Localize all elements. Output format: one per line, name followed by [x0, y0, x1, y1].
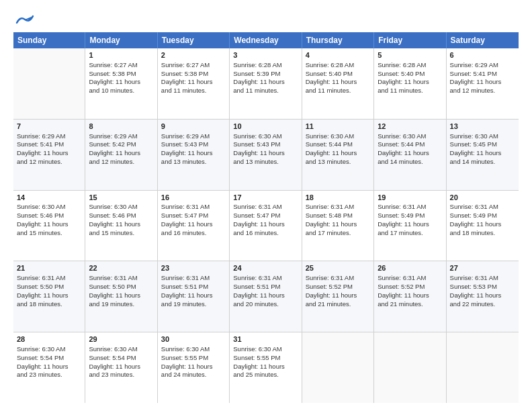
day-number: 31 — [233, 334, 298, 345]
day-info-line: and 20 minutes. — [233, 300, 298, 309]
day-info-line: Sunset: 5:55 PM — [233, 354, 298, 363]
day-info-line: and 11 minutes. — [306, 87, 370, 95]
day-header-sunday: Sunday — [13, 32, 85, 48]
day-info-line: Sunrise: 6:31 AM — [17, 274, 81, 283]
day-info-line: and 25 minutes. — [233, 371, 298, 379]
calendar-cell — [302, 332, 374, 403]
day-info-line: and 17 minutes. — [306, 229, 370, 238]
day-number: 17 — [233, 193, 298, 203]
day-info-line: Sunrise: 6:31 AM — [89, 274, 153, 283]
day-info-line: Daylight: 11 hours — [450, 220, 515, 229]
day-header-monday: Monday — [85, 32, 157, 48]
logo-blue-text — [13, 13, 34, 26]
day-info-line: Sunset: 5:44 PM — [378, 140, 442, 149]
day-info-line: Daylight: 11 hours — [378, 149, 442, 158]
day-number: 13 — [450, 122, 515, 132]
day-info-line: Sunrise: 6:30 AM — [378, 132, 442, 141]
day-info-line: and 23 minutes. — [17, 371, 81, 379]
day-info-line: and 15 minutes. — [89, 229, 153, 238]
day-info-line: Daylight: 11 hours — [17, 363, 81, 371]
day-info-line: Daylight: 11 hours — [306, 149, 370, 158]
day-info-line: Daylight: 11 hours — [89, 220, 153, 229]
calendar-header: SundayMondayTuesdayWednesdayThursdayFrid… — [13, 32, 519, 48]
day-info-line: Sunset: 5:46 PM — [89, 212, 153, 220]
calendar-row: 1Sunrise: 6:27 AMSunset: 5:38 PMDaylight… — [13, 48, 519, 120]
calendar-cell: 19Sunrise: 6:31 AMSunset: 5:49 PMDayligh… — [374, 191, 446, 261]
day-info-line: Sunrise: 6:31 AM — [450, 203, 515, 212]
day-info-line: Sunrise: 6:31 AM — [233, 203, 298, 212]
calendar-cell: 26Sunrise: 6:31 AMSunset: 5:52 PMDayligh… — [374, 261, 446, 332]
calendar-cell: 17Sunrise: 6:31 AMSunset: 5:47 PMDayligh… — [230, 191, 302, 261]
day-info-line: Sunset: 5:40 PM — [306, 70, 370, 79]
day-number: 19 — [378, 193, 442, 203]
day-info-line: Sunset: 5:38 PM — [89, 70, 153, 79]
day-number: 22 — [89, 263, 153, 273]
day-number: 28 — [17, 334, 81, 345]
day-info-line: Daylight: 11 hours — [161, 149, 226, 158]
day-info-line: Sunset: 5:38 PM — [161, 70, 226, 79]
day-info-line: Sunset: 5:43 PM — [161, 140, 226, 149]
day-info-line: Daylight: 11 hours — [233, 363, 298, 371]
calendar-cell: 5Sunrise: 6:28 AMSunset: 5:40 PMDaylight… — [374, 48, 446, 119]
day-info-line: Sunset: 5:41 PM — [17, 140, 81, 149]
day-info-line: Sunset: 5:52 PM — [306, 283, 370, 291]
calendar: SundayMondayTuesdayWednesdayThursdayFrid… — [13, 32, 519, 403]
calendar-cell: 30Sunrise: 6:30 AMSunset: 5:55 PMDayligh… — [158, 332, 230, 403]
day-number: 24 — [233, 263, 298, 273]
day-info-line: Sunset: 5:41 PM — [450, 70, 515, 79]
day-info-line: Sunrise: 6:28 AM — [378, 61, 442, 70]
day-number: 15 — [89, 193, 153, 203]
day-info-line: Sunrise: 6:30 AM — [233, 132, 298, 141]
day-info-line: Daylight: 11 hours — [89, 149, 153, 158]
calendar-cell: 4Sunrise: 6:28 AMSunset: 5:40 PMDaylight… — [302, 48, 374, 119]
calendar-cell: 20Sunrise: 6:31 AMSunset: 5:49 PMDayligh… — [447, 191, 519, 261]
day-info-line: Sunrise: 6:27 AM — [161, 61, 226, 70]
day-info-line: Daylight: 11 hours — [306, 291, 370, 300]
day-info-line: and 24 minutes. — [161, 371, 226, 379]
calendar-row: 7Sunrise: 6:29 AMSunset: 5:41 PMDaylight… — [13, 120, 519, 191]
day-info-line: and 12 minutes. — [17, 158, 81, 167]
calendar-cell — [13, 48, 85, 119]
day-info-line: Sunrise: 6:31 AM — [450, 274, 515, 283]
day-info-line: Sunrise: 6:30 AM — [89, 203, 153, 212]
calendar-cell: 15Sunrise: 6:30 AMSunset: 5:46 PMDayligh… — [85, 191, 157, 261]
day-info-line: Daylight: 11 hours — [450, 149, 515, 158]
logo-wave-icon — [15, 13, 34, 26]
calendar-cell: 24Sunrise: 6:31 AMSunset: 5:51 PMDayligh… — [230, 261, 302, 332]
day-info-line: Daylight: 11 hours — [89, 291, 153, 300]
day-header-saturday: Saturday — [447, 32, 519, 48]
day-info-line: Daylight: 11 hours — [233, 149, 298, 158]
day-number: 6 — [450, 50, 515, 60]
day-info-line: Daylight: 11 hours — [378, 78, 442, 87]
day-number: 9 — [161, 122, 226, 132]
day-info-line: Daylight: 11 hours — [89, 363, 153, 371]
day-info-line: Sunset: 5:48 PM — [306, 212, 370, 220]
day-number: 7 — [17, 122, 81, 132]
day-info-line: Sunrise: 6:30 AM — [89, 345, 153, 354]
day-number: 14 — [17, 193, 81, 203]
day-info-line: and 13 minutes. — [233, 158, 298, 167]
calendar-cell: 14Sunrise: 6:30 AMSunset: 5:46 PMDayligh… — [13, 191, 85, 261]
day-info-line: and 18 minutes. — [450, 229, 515, 238]
day-info-line: Sunrise: 6:29 AM — [89, 132, 153, 141]
calendar-cell: 21Sunrise: 6:31 AMSunset: 5:50 PMDayligh… — [13, 261, 85, 332]
day-info-line: Sunrise: 6:31 AM — [233, 274, 298, 283]
day-info-line: and 13 minutes. — [161, 158, 226, 167]
day-info-line: Sunrise: 6:27 AM — [89, 61, 153, 70]
day-info-line: and 19 minutes. — [161, 300, 226, 309]
day-info-line: Sunset: 5:51 PM — [233, 283, 298, 291]
calendar-cell: 9Sunrise: 6:29 AMSunset: 5:43 PMDaylight… — [158, 120, 230, 190]
day-info-line: Daylight: 11 hours — [450, 291, 515, 300]
day-info-line: Sunset: 5:39 PM — [233, 70, 298, 79]
day-number: 5 — [378, 50, 442, 60]
day-info-line: Sunrise: 6:28 AM — [306, 61, 370, 70]
day-info-line: Sunset: 5:52 PM — [378, 283, 442, 291]
calendar-cell: 13Sunrise: 6:30 AMSunset: 5:45 PMDayligh… — [447, 120, 519, 190]
day-info-line: and 22 minutes. — [450, 300, 515, 309]
day-info-line: and 12 minutes. — [450, 87, 515, 95]
day-info-line: Sunset: 5:44 PM — [306, 140, 370, 149]
day-info-line: Sunrise: 6:30 AM — [161, 345, 226, 354]
day-info-line: Sunset: 5:45 PM — [450, 140, 515, 149]
day-info-line: and 21 minutes. — [306, 300, 370, 309]
day-info-line: and 11 minutes. — [233, 87, 298, 95]
